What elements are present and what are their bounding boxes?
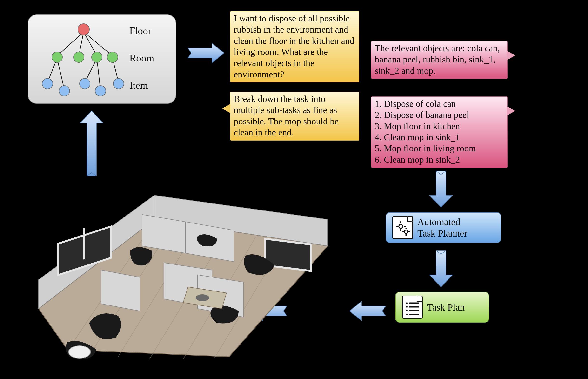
- svg-point-10: [52, 52, 62, 63]
- svg-point-13: [107, 52, 118, 63]
- environment-3d-scene: [29, 174, 335, 371]
- svg-point-27: [404, 230, 408, 233]
- hierarchy-tree-card: Floor Room Item: [28, 15, 176, 104]
- subtask-4: 4. Clean mop in sink_1: [375, 132, 504, 143]
- svg-point-12: [91, 52, 102, 63]
- arrow-scene-to-tree: [77, 109, 106, 178]
- subtask-1: 1. Dispose of cola can: [375, 98, 504, 109]
- svg-rect-24: [396, 226, 398, 227]
- gears-icon: [392, 216, 413, 239]
- bubble-user-breakdown-text: Break down the task into multiple sub-ta…: [234, 94, 339, 137]
- module-taskplan-label: Task Plan: [427, 302, 465, 313]
- svg-point-17: [95, 86, 106, 96]
- svg-point-11: [74, 52, 84, 63]
- arrow-subtasks-to-planner: [426, 169, 455, 210]
- svg-point-15: [59, 86, 70, 96]
- svg-marker-43: [80, 111, 103, 176]
- bubble-response-subtasks: 1. Dispose of cola can 2. Dispose of ban…: [371, 96, 508, 168]
- svg-marker-41: [349, 301, 386, 321]
- arrow-planner-to-taskplan: [426, 248, 455, 289]
- subtask-3: 3. Mop floor in kitchen: [375, 121, 504, 132]
- svg-marker-19: [188, 43, 224, 63]
- module-planner-label: Automated Task Planner: [417, 216, 467, 239]
- hierarchy-tree-svg: [28, 15, 177, 104]
- svg-line-5: [57, 58, 64, 90]
- subtask-5: 5. Mop floor in living room: [375, 143, 504, 154]
- tail-objects: [507, 51, 515, 60]
- svg-point-9: [78, 24, 90, 35]
- bubble-response-objects-text: The relevant objects are: cola can, bana…: [375, 43, 500, 76]
- svg-rect-25: [404, 226, 406, 227]
- tail-breakdown: [222, 104, 231, 113]
- module-task-plan: Task Plan: [395, 292, 489, 323]
- svg-point-14: [42, 78, 53, 89]
- arrow-taskplan-to-scene-1: [345, 299, 388, 323]
- svg-rect-31: [408, 231, 410, 232]
- arrow-tree-to-query: [186, 41, 226, 65]
- tail-subtasks: [507, 106, 515, 116]
- svg-point-16: [79, 78, 90, 89]
- module-automated-task-planner: Automated Task Planner: [386, 212, 501, 243]
- svg-line-7: [97, 58, 101, 90]
- tree-label-floor: Floor: [129, 25, 151, 37]
- subtask-2: 2. Dispose of banana peel: [375, 109, 504, 120]
- list-document-icon: [402, 296, 423, 319]
- tree-label-item: Item: [129, 79, 148, 91]
- svg-point-63: [68, 346, 90, 358]
- subtask-6: 6. Clean mop in sink_2: [375, 154, 504, 165]
- svg-point-18: [113, 78, 124, 89]
- svg-marker-59: [101, 270, 140, 311]
- svg-rect-28: [406, 228, 407, 229]
- bubble-response-objects: The relevant objects are: cola can, bana…: [371, 41, 508, 79]
- svg-rect-30: [402, 231, 404, 232]
- svg-rect-29: [406, 234, 407, 236]
- svg-rect-23: [400, 229, 402, 231]
- svg-point-62: [196, 294, 209, 301]
- svg-marker-20: [429, 171, 452, 207]
- bubble-user-breakdown: Break down the task into multiple sub-ta…: [230, 92, 359, 141]
- bubble-user-query-text: I want to dispose of all possible rubbis…: [234, 13, 354, 79]
- bubble-user-query: I want to dispose of all possible rubbis…: [230, 11, 359, 82]
- svg-point-21: [399, 224, 403, 228]
- svg-marker-32: [429, 251, 452, 287]
- tree-label-room: Room: [129, 52, 154, 64]
